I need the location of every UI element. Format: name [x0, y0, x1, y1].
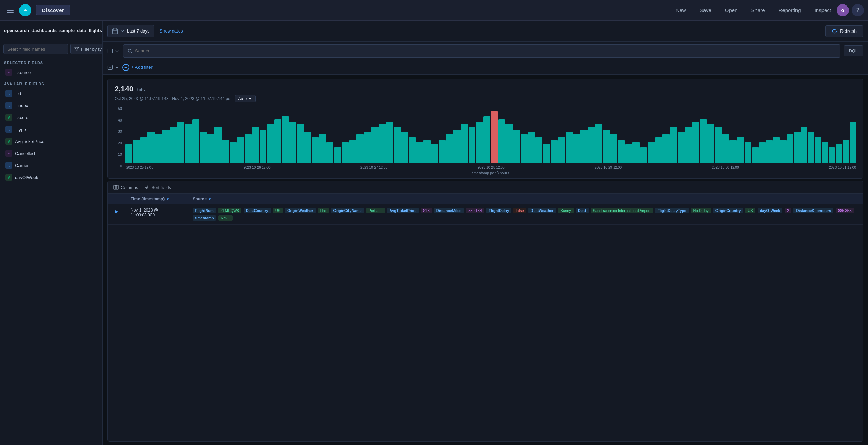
field-item-type[interactable]: t _type: [1, 124, 101, 135]
bar-1-7[interactable]: [282, 116, 289, 163]
bar-4-9[interactable]: [610, 134, 617, 163]
field-item-index[interactable]: t _index: [1, 100, 101, 111]
bar-1-13[interactable]: [326, 142, 333, 163]
bar-0-1[interactable]: [133, 140, 140, 163]
bar-0-7[interactable]: [177, 122, 184, 163]
index-selector[interactable]: opensearch_dashboards_sample_data_flight…: [0, 21, 102, 41]
discover-nav-button[interactable]: Discover: [36, 5, 70, 15]
col-time-header[interactable]: Time (timestamp) ▼: [125, 194, 187, 204]
time-picker-button[interactable]: Last 7 days: [107, 25, 154, 37]
bar-6-6[interactable]: [794, 132, 800, 163]
bar-5-12[interactable]: [737, 137, 744, 163]
bar-6-4[interactable]: [780, 140, 787, 163]
bar-0-9[interactable]: [192, 119, 199, 163]
bar-2-9[interactable]: [401, 132, 408, 163]
bar-1-10[interactable]: [304, 132, 311, 163]
bar-4-12[interactable]: [632, 142, 640, 163]
bar-2-4[interactable]: [364, 132, 371, 163]
bar-2-8[interactable]: [394, 127, 401, 163]
bar-0-5[interactable]: [162, 130, 170, 163]
bar-4-0[interactable]: [543, 144, 550, 163]
bar-2-10[interactable]: [409, 137, 416, 163]
bar-0-10[interactable]: [200, 132, 207, 163]
bar-2-2[interactable]: [349, 140, 356, 163]
bar-4-3[interactable]: [566, 132, 573, 163]
search-input[interactable]: [135, 48, 836, 53]
bar-1-0[interactable]: [230, 142, 237, 163]
bar-5-1[interactable]: [655, 137, 662, 163]
bar-3-13[interactable]: [535, 137, 542, 163]
bar-4-1[interactable]: [551, 140, 558, 163]
nav-save[interactable]: Save: [697, 5, 714, 15]
bar-0-12[interactable]: [214, 127, 222, 163]
bar-2-5[interactable]: [371, 127, 379, 163]
field-item-carrier[interactable]: t Carrier: [1, 160, 101, 171]
nav-new[interactable]: New: [673, 5, 689, 15]
bar-1-8[interactable]: [289, 122, 297, 163]
bar-5-7[interactable]: [700, 119, 707, 163]
bar-2-6[interactable]: [379, 124, 386, 163]
nav-share[interactable]: Share: [749, 5, 768, 15]
bar-3-10[interactable]: [513, 130, 520, 163]
bar-5-0[interactable]: [648, 142, 655, 163]
bar-6-8[interactable]: [808, 132, 814, 163]
bar-0-8[interactable]: [185, 124, 192, 163]
bar-1-9[interactable]: [297, 124, 304, 163]
add-filter-button[interactable]: + + Add filter: [122, 64, 153, 71]
search-field-input[interactable]: [3, 44, 68, 54]
bar-5-10[interactable]: [722, 134, 729, 163]
bar-3-2[interactable]: [453, 130, 461, 163]
bar-1-4[interactable]: [260, 130, 267, 163]
nav-reporting[interactable]: Reporting: [776, 5, 804, 15]
bar-3-9[interactable]: [505, 124, 513, 163]
bar-2-13[interactable]: [431, 144, 438, 163]
bar-1-1[interactable]: [237, 137, 244, 163]
bar-5-4[interactable]: [678, 132, 685, 163]
field-item-source[interactable]: ○ _source: [1, 66, 101, 78]
bar-0-0[interactable]: [125, 144, 132, 163]
bar-5-8[interactable]: [707, 124, 714, 163]
bar-1-6[interactable]: [274, 119, 281, 163]
bar-3-11[interactable]: [521, 134, 528, 163]
field-item-id[interactable]: t _id: [1, 88, 101, 99]
bar-2-11[interactable]: [416, 142, 423, 163]
bar-6-11[interactable]: [829, 147, 835, 163]
bar-4-8[interactable]: [603, 130, 610, 163]
bar-3-5[interactable]: [476, 122, 483, 163]
bar-5-3[interactable]: [670, 127, 677, 163]
bar-0-3[interactable]: [147, 132, 155, 163]
nav-open[interactable]: Open: [722, 5, 740, 15]
bar-4-6[interactable]: [588, 127, 595, 163]
expand-row-button[interactable]: ▶: [113, 208, 120, 215]
bar-5-2[interactable]: [662, 134, 670, 163]
bar-4-7[interactable]: [595, 124, 603, 163]
auto-select-dropdown[interactable]: Auto ▼: [235, 95, 256, 102]
show-dates-button[interactable]: Show dates: [158, 28, 185, 34]
bar-4-4[interactable]: [573, 134, 580, 163]
bar-6-12[interactable]: [836, 144, 842, 163]
refresh-button[interactable]: Refresh: [825, 25, 863, 37]
field-item-dayofweek[interactable]: # dayOfWeek: [1, 171, 101, 183]
bar-0-11[interactable]: [207, 134, 214, 163]
bar-6-10[interactable]: [822, 142, 828, 163]
bar-1-2[interactable]: [245, 134, 252, 163]
bar-0-6[interactable]: [170, 127, 177, 163]
col-source-header[interactable]: Source ▼: [187, 194, 863, 204]
bar-3-3[interactable]: [461, 124, 468, 163]
bar-5-9[interactable]: [715, 127, 722, 163]
bar-3-7[interactable]: [491, 111, 498, 163]
filter-by-type-button[interactable]: Filter by type 3: [70, 44, 103, 54]
bar-2-0[interactable]: [334, 147, 341, 163]
bar-6-2[interactable]: [766, 140, 773, 163]
field-item-score[interactable]: # _score: [1, 112, 101, 123]
bar-6-0[interactable]: [752, 147, 759, 163]
help-button[interactable]: ?: [852, 4, 864, 16]
bar-4-10[interactable]: [618, 140, 625, 163]
bar-1-3[interactable]: [252, 127, 259, 163]
bar-0-13[interactable]: [222, 140, 229, 163]
field-item-cancelled[interactable]: ○ Cancelled: [1, 148, 101, 159]
bar-4-5[interactable]: [580, 130, 588, 163]
bar-2-1[interactable]: [342, 142, 349, 163]
bar-3-6[interactable]: [483, 116, 490, 163]
bar-1-12[interactable]: [319, 134, 326, 163]
